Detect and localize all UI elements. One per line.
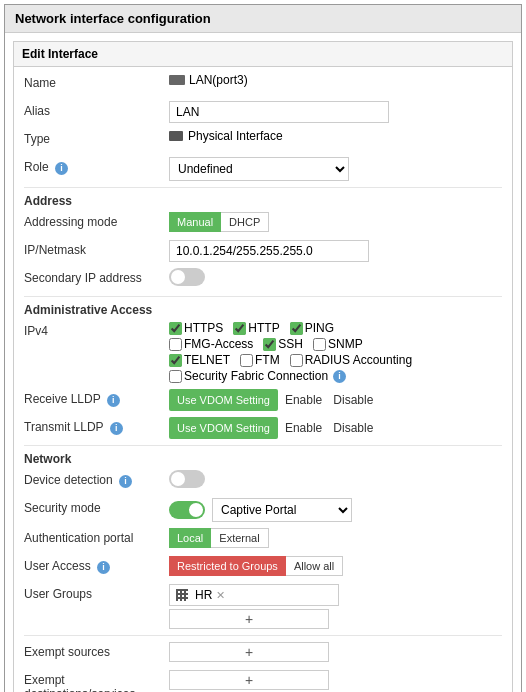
security-mode-label: Security mode [24, 498, 169, 515]
form-body: Name LAN(port3) Alias Type [14, 67, 512, 692]
role-label: Role i [24, 157, 169, 175]
dhcp-button[interactable]: DHCP [221, 212, 269, 232]
admin-access-section: Administrative Access [24, 303, 502, 317]
restricted-button[interactable]: Restricted to Groups [169, 556, 286, 576]
receive-lldp-row: Receive LLDP i Use VDOM Setting Enable D… [24, 389, 502, 411]
snmp-checkbox-item[interactable]: SNMP [313, 337, 363, 351]
receive-lldp-enable-button[interactable]: Enable [281, 390, 326, 410]
exempt-sources-label: Exempt sources [24, 642, 169, 659]
transmit-lldp-vdom-button[interactable]: Use VDOM Setting [169, 417, 278, 439]
manual-button[interactable]: Manual [169, 212, 221, 232]
security-fabric-label: Security Fabric Connection [184, 369, 328, 383]
security-mode-value: Captive Portal [169, 498, 502, 522]
https-checkbox-item[interactable]: HTTPS [169, 321, 223, 335]
security-fabric-checkbox[interactable] [169, 370, 182, 383]
address-section: Address [24, 194, 502, 208]
user-groups-plus[interactable]: + [169, 609, 329, 629]
https-checkbox[interactable] [169, 322, 182, 335]
inner-panel: Edit Interface Name LAN(port3) Alias [13, 41, 513, 692]
telnet-checkbox-item[interactable]: TELNET [169, 353, 230, 367]
security-mode-toggle[interactable] [169, 501, 205, 519]
fmg-checkbox-item[interactable]: FMG-Access [169, 337, 253, 351]
hr-tag-text: HR [195, 588, 212, 602]
ping-checkbox-item[interactable]: PING [290, 321, 334, 335]
secondary-ip-toggle[interactable] [169, 268, 205, 286]
device-detection-label: Device detection i [24, 470, 169, 488]
secondary-ip-row: Secondary IP address [24, 268, 502, 290]
device-detection-toggle[interactable] [169, 470, 205, 488]
external-button[interactable]: External [211, 528, 268, 548]
local-button[interactable]: Local [169, 528, 211, 548]
lan-icon [169, 75, 185, 85]
exempt-sources-value: + [169, 642, 502, 662]
security-mode-select[interactable]: Captive Portal [212, 498, 352, 522]
allow-all-button[interactable]: Allow all [286, 556, 343, 576]
receive-lldp-disable-button[interactable]: Disable [329, 390, 377, 410]
auth-portal-value: Local External [169, 528, 502, 548]
user-access-info-icon[interactable]: i [97, 561, 110, 574]
type-row: Type Physical Interface [24, 129, 502, 151]
name-row: Name LAN(port3) [24, 73, 502, 95]
telnet-checkbox[interactable] [169, 354, 182, 367]
snmp-label: SNMP [328, 337, 363, 351]
name-value: LAN(port3) [169, 73, 502, 87]
ssh-checkbox-item[interactable]: SSH [263, 337, 303, 351]
ssh-checkbox[interactable] [263, 338, 276, 351]
role-row: Role i Undefined [24, 157, 502, 181]
user-access-row: User Access i Restricted to Groups Allow… [24, 556, 502, 578]
inner-title: Edit Interface [14, 42, 512, 67]
type-label: Type [24, 129, 169, 146]
receive-lldp-vdom-button[interactable]: Use VDOM Setting [169, 389, 278, 411]
grid-icon [176, 589, 188, 601]
secondary-ip-label: Secondary IP address [24, 268, 169, 285]
telnet-label: TELNET [184, 353, 230, 367]
alias-value [169, 101, 502, 123]
exempt-dest-label: Exempt destinations/services [24, 670, 169, 692]
checkbox-row-3: TELNET FTM RADIUS Accounting [169, 353, 412, 367]
ping-checkbox[interactable] [290, 322, 303, 335]
user-groups-label: User Groups [24, 584, 169, 601]
http-checkbox[interactable] [233, 322, 246, 335]
role-info-icon[interactable]: i [55, 162, 68, 175]
name-text: LAN(port3) [189, 73, 248, 87]
transmit-lldp-info-icon[interactable]: i [110, 422, 123, 435]
transmit-lldp-disable-button[interactable]: Disable [329, 418, 377, 438]
secondary-ip-value [169, 268, 502, 286]
role-select[interactable]: Undefined [169, 157, 349, 181]
receive-lldp-label: Receive LLDP i [24, 389, 169, 407]
secondary-ip-slider [169, 268, 205, 286]
ip-netmask-input[interactable] [169, 240, 369, 262]
network-section: Network [24, 452, 502, 466]
ssh-label: SSH [278, 337, 303, 351]
auth-portal-label: Authentication portal [24, 528, 169, 545]
receive-lldp-value: Use VDOM Setting Enable Disable [169, 389, 502, 411]
checkbox-row-1: HTTPS HTTP PING [169, 321, 412, 335]
radius-label: RADIUS Accounting [305, 353, 412, 367]
exempt-dest-row: Exempt destinations/services + [24, 670, 502, 692]
hr-tag-remove[interactable]: ✕ [216, 589, 225, 602]
device-detection-info-icon[interactable]: i [119, 475, 132, 488]
outer-panel: Network interface configuration Edit Int… [4, 4, 522, 692]
exempt-sources-plus[interactable]: + [169, 642, 329, 662]
security-fabric-info-icon[interactable]: i [333, 370, 346, 383]
http-checkbox-item[interactable]: HTTP [233, 321, 279, 335]
radius-checkbox-item[interactable]: RADIUS Accounting [290, 353, 412, 367]
radius-checkbox[interactable] [290, 354, 303, 367]
ftm-checkbox-item[interactable]: FTM [240, 353, 280, 367]
transmit-lldp-row: Transmit LLDP i Use VDOM Setting Enable … [24, 417, 502, 439]
ip-netmask-value [169, 240, 502, 262]
user-access-group: Restricted to Groups Allow all [169, 556, 343, 576]
snmp-checkbox[interactable] [313, 338, 326, 351]
security-fabric-checkbox-item[interactable]: Security Fabric Connection i [169, 369, 346, 383]
user-access-label: User Access i [24, 556, 169, 574]
ftm-checkbox[interactable] [240, 354, 253, 367]
fmg-label: FMG-Access [184, 337, 253, 351]
receive-lldp-info-icon[interactable]: i [107, 394, 120, 407]
manual-dhcp-group: Manual DHCP [169, 212, 269, 232]
panel-title: Network interface configuration [5, 5, 521, 33]
user-groups-tag-box: HR ✕ [169, 584, 339, 606]
fmg-checkbox[interactable] [169, 338, 182, 351]
alias-input[interactable] [169, 101, 389, 123]
transmit-lldp-enable-button[interactable]: Enable [281, 418, 326, 438]
exempt-dest-plus[interactable]: + [169, 670, 329, 690]
